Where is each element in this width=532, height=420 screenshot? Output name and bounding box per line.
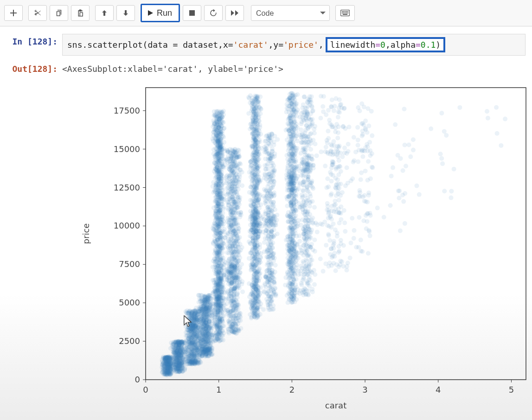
svg-point-6065 — [301, 106, 305, 110]
svg-point-6664 — [499, 143, 503, 148]
svg-point-3745 — [235, 293, 239, 297]
svg-point-6337 — [308, 122, 313, 127]
add-cell-button[interactable] — [4, 5, 23, 21]
svg-text:1: 1 — [216, 385, 221, 395]
svg-point-2828 — [218, 338, 223, 343]
scissors-icon — [33, 9, 42, 17]
svg-point-3091 — [219, 184, 224, 188]
svg-point-3124 — [220, 333, 225, 338]
svg-point-6657 — [444, 133, 449, 138]
svg-point-6522 — [346, 149, 351, 153]
svg-point-3133 — [219, 162, 224, 167]
svg-point-6245 — [312, 131, 317, 135]
svg-point-6292 — [299, 264, 303, 268]
svg-point-3902 — [231, 318, 235, 323]
svg-point-3140 — [220, 110, 224, 115]
plus-icon — [10, 9, 17, 17]
move-up-button[interactable] — [95, 5, 114, 21]
svg-point-5226 — [264, 215, 269, 220]
copy-icon — [55, 9, 63, 17]
code-input-area[interactable]: sns.scatterplot(data = dataset,x='carat'… — [62, 34, 526, 56]
svg-point-5235 — [260, 215, 264, 219]
svg-point-6489 — [333, 104, 337, 108]
svg-point-6504 — [323, 149, 327, 154]
svg-point-3062 — [214, 288, 219, 293]
svg-point-6512 — [333, 130, 338, 134]
move-down-button[interactable] — [116, 5, 135, 21]
code-highlight-box: linewidth=0,alpha=0.1) — [326, 37, 445, 52]
svg-point-6262 — [299, 151, 303, 156]
svg-point-6618 — [362, 193, 367, 198]
svg-point-6608 — [353, 150, 358, 154]
svg-point-3056 — [213, 303, 218, 308]
svg-point-5927 — [286, 164, 290, 169]
svg-point-6529 — [330, 163, 334, 167]
svg-point-6427 — [331, 222, 336, 226]
svg-point-3926 — [225, 231, 230, 235]
interrupt-button[interactable] — [183, 5, 201, 21]
svg-point-3860 — [236, 303, 241, 307]
svg-point-1930 — [207, 335, 212, 340]
svg-point-3088 — [219, 172, 224, 177]
svg-point-6509 — [330, 204, 334, 209]
svg-point-6364 — [348, 255, 353, 260]
svg-point-5875 — [284, 153, 289, 158]
svg-point-5202 — [270, 307, 275, 312]
svg-point-4818 — [249, 250, 253, 255]
svg-point-4825 — [253, 265, 257, 270]
svg-point-6206 — [312, 127, 316, 132]
svg-point-5219 — [263, 285, 268, 290]
svg-point-3901 — [230, 250, 234, 255]
svg-point-342 — [164, 365, 168, 369]
svg-point-3085 — [213, 195, 218, 200]
svg-point-3939 — [232, 262, 237, 267]
svg-point-3725 — [237, 286, 242, 290]
svg-point-3884 — [230, 147, 234, 152]
svg-point-3905 — [234, 247, 238, 252]
svg-text:0: 0 — [143, 385, 148, 395]
svg-point-6607 — [359, 238, 363, 242]
svg-point-5224 — [272, 281, 277, 286]
svg-point-6349 — [314, 153, 319, 158]
svg-point-742 — [172, 368, 176, 373]
svg-text:carat: carat — [325, 401, 346, 410]
svg-point-5898 — [288, 141, 293, 146]
svg-point-5213 — [269, 152, 274, 157]
svg-point-6542 — [333, 199, 337, 204]
cut-cell-button[interactable] — [28, 5, 47, 21]
svg-point-6455 — [324, 185, 329, 190]
svg-point-6596 — [365, 106, 370, 111]
svg-point-4822 — [253, 114, 258, 118]
svg-point-6264 — [298, 288, 303, 293]
svg-point-3850 — [229, 185, 234, 190]
command-palette-button[interactable] — [335, 5, 355, 21]
svg-point-6331 — [302, 147, 307, 152]
svg-point-3115 — [221, 120, 226, 125]
fast-forward-icon — [231, 9, 239, 17]
run-button[interactable]: Run — [141, 4, 180, 22]
svg-point-4757 — [256, 235, 260, 240]
svg-point-5176 — [265, 280, 269, 285]
svg-rect-9 — [345, 13, 346, 13]
svg-point-3909 — [231, 154, 236, 159]
svg-point-5227 — [266, 257, 271, 262]
svg-point-4802 — [257, 119, 262, 123]
code-cell[interactable]: In [128]: sns.scatterplot(data = dataset… — [6, 34, 526, 56]
cell-type-select[interactable]: Code — [251, 5, 330, 21]
svg-point-4770 — [253, 252, 257, 256]
copy-cell-button[interactable] — [50, 5, 68, 21]
svg-point-5915 — [289, 190, 294, 195]
svg-point-3095 — [212, 333, 217, 338]
svg-point-1316 — [187, 312, 192, 316]
svg-point-1941 — [202, 346, 206, 351]
svg-point-5903 — [292, 248, 296, 252]
svg-point-5926 — [290, 227, 295, 232]
svg-point-3881 — [226, 246, 231, 250]
paste-cell-button[interactable] — [71, 5, 90, 21]
restart-button[interactable] — [204, 5, 223, 21]
restart-run-all-button[interactable] — [225, 5, 244, 21]
svg-point-6281 — [296, 256, 301, 261]
svg-point-6609 — [366, 159, 371, 164]
svg-point-5900 — [295, 188, 299, 192]
svg-point-6336 — [303, 264, 308, 269]
